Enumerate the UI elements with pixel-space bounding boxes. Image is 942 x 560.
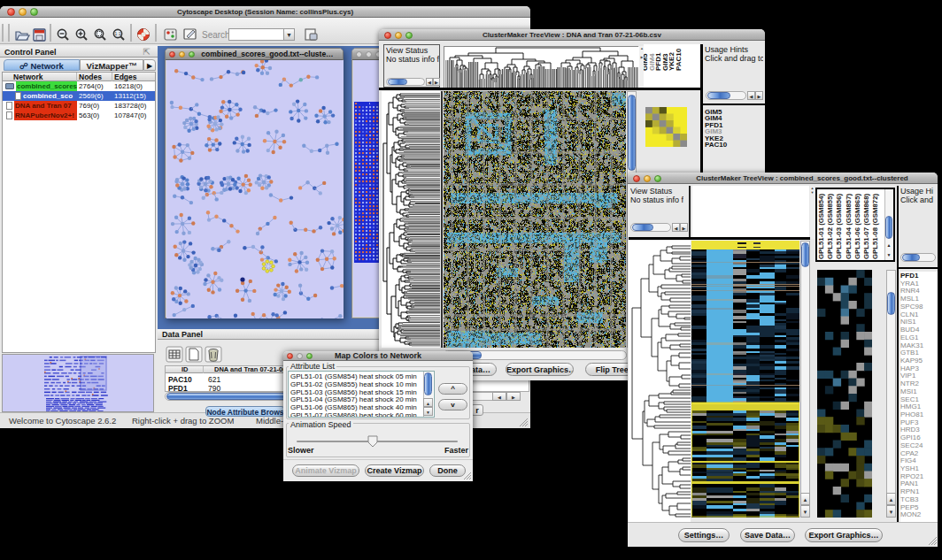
svg-text:GPL51-02 (GSM855): GPL51-02 (GSM855) <box>826 193 834 259</box>
svg-text:GPL51-03 (GSM856): GPL51-03 (GSM856) <box>835 193 843 259</box>
svg-text:GPL51-04 (GSM857): GPL51-04 (GSM857) <box>845 193 853 259</box>
svg-text:PAC10: PAC10 <box>675 48 683 71</box>
svg-text:GPL51-07 (GSM868): GPL51-07 (GSM868) <box>862 193 870 259</box>
svg-text:GPL51-06 (GSM865): GPL51-06 (GSM865) <box>853 193 861 259</box>
svg-text:GPL51-08 (GSM872): GPL51-08 (GSM872) <box>871 193 879 259</box>
svg-text:GPL51-01 (GSM854): GPL51-01 (GSM854) <box>817 193 825 259</box>
